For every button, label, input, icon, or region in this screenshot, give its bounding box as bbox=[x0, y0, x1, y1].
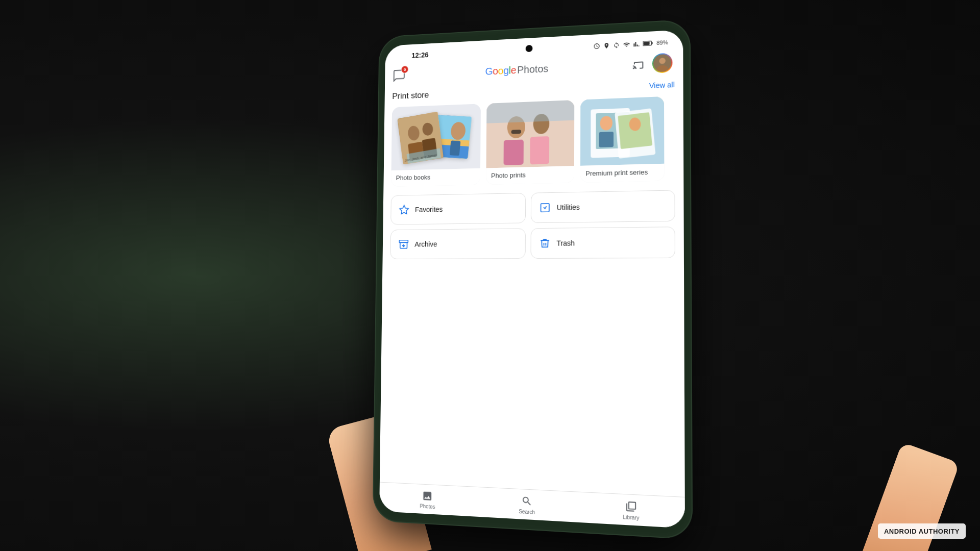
cast-button[interactable] bbox=[632, 58, 645, 70]
svg-rect-23 bbox=[511, 130, 522, 134]
premium-prints-image bbox=[580, 96, 664, 166]
svg-rect-1 bbox=[651, 42, 652, 44]
archive-label: Archive bbox=[414, 240, 437, 248]
svg-rect-20 bbox=[504, 140, 524, 165]
photo-books-card[interactable]: Joe, Josh, and James bbox=[391, 104, 481, 186]
search-nav-label: Search bbox=[519, 509, 535, 515]
phone-wrapper: 12:26 89% bbox=[374, 20, 692, 538]
avatar-image bbox=[653, 54, 671, 72]
sync-icon bbox=[613, 41, 620, 48]
battery-icon bbox=[643, 40, 653, 46]
photos-nav-icon bbox=[421, 489, 434, 503]
view-all-button[interactable]: View all bbox=[649, 81, 675, 90]
status-icons: 89% bbox=[594, 39, 668, 49]
google-brand-text: Google bbox=[485, 64, 517, 77]
header-right bbox=[632, 53, 673, 74]
photos-nav-label: Photos bbox=[420, 503, 435, 510]
photo-book-photo-1: Joe, Josh, and James bbox=[398, 112, 444, 165]
checklist-icon bbox=[540, 202, 551, 213]
phone-body: 12:26 89% bbox=[374, 20, 692, 538]
photo-prints-image bbox=[486, 100, 575, 168]
trash-button[interactable]: Trash bbox=[531, 227, 675, 259]
library-nav-icon bbox=[624, 499, 638, 514]
photo-prints-card[interactable]: Photo prints bbox=[486, 100, 574, 185]
signal-icon bbox=[633, 40, 640, 47]
utilities-button[interactable]: Utilities bbox=[531, 190, 675, 223]
print-store-title: Print store bbox=[392, 90, 429, 102]
archive-button[interactable]: Archive bbox=[390, 228, 526, 259]
favorites-label: Favorites bbox=[415, 205, 443, 213]
trash-icon bbox=[539, 238, 550, 249]
photo-books-label: Photo books bbox=[391, 168, 480, 187]
svg-rect-22 bbox=[486, 100, 574, 123]
search-nav-icon bbox=[520, 494, 533, 508]
library-nav-label: Library bbox=[623, 514, 639, 521]
archive-icon bbox=[398, 239, 409, 249]
app-content: 6 Google Photos bbox=[379, 48, 685, 528]
svg-rect-34 bbox=[399, 240, 408, 243]
svg-rect-16 bbox=[450, 140, 461, 156]
premium-prints-svg bbox=[580, 96, 664, 166]
status-time: 12:26 bbox=[411, 51, 428, 60]
star-icon bbox=[399, 205, 409, 216]
premium-prints-card[interactable]: Premium print series bbox=[580, 96, 664, 183]
print-store-cards: Joe, Josh, and James bbox=[391, 96, 675, 187]
cast-icon bbox=[632, 58, 645, 70]
wifi-icon bbox=[623, 41, 630, 48]
notification-badge: 6 bbox=[401, 65, 409, 73]
location-icon bbox=[603, 42, 610, 49]
svg-rect-2 bbox=[644, 42, 650, 45]
photo-books-image: Joe, Josh, and James bbox=[391, 104, 481, 170]
favorites-button[interactable]: Favorites bbox=[390, 193, 526, 225]
svg-marker-32 bbox=[400, 205, 408, 214]
watermark: ANDROID AUTHORITY bbox=[878, 523, 966, 539]
app-title: Google Photos bbox=[485, 63, 549, 77]
svg-rect-33 bbox=[541, 204, 549, 212]
premium-prints-label: Premium print series bbox=[580, 164, 664, 183]
trash-label: Trash bbox=[556, 239, 575, 247]
bottom-nav: Photos Search bbox=[379, 482, 685, 529]
nav-photos[interactable]: Photos bbox=[379, 487, 477, 512]
svg-rect-21 bbox=[530, 136, 549, 164]
photos-brand-text: Photos bbox=[517, 63, 548, 76]
svg-rect-28 bbox=[599, 132, 614, 147]
watermark-text: ANDROID AUTHORITY bbox=[884, 528, 960, 535]
user-avatar-button[interactable] bbox=[652, 53, 673, 73]
header-left: 6 bbox=[391, 67, 407, 84]
battery-percentage: 89% bbox=[656, 39, 668, 46]
utilities-label: Utilities bbox=[557, 203, 580, 212]
photo-prints-label: Photo prints bbox=[486, 166, 574, 185]
nav-library[interactable]: Library bbox=[578, 497, 685, 523]
scroll-content: Print store View all bbox=[383, 76, 684, 259]
avatar-icon bbox=[653, 54, 671, 72]
phone-screen: 12:26 89% bbox=[379, 30, 685, 528]
photo-prints-svg bbox=[486, 100, 575, 168]
alarm-icon bbox=[594, 42, 600, 49]
quick-actions-grid: Favorites Utilities bbox=[390, 190, 675, 259]
nav-search[interactable]: Search bbox=[477, 492, 578, 517]
